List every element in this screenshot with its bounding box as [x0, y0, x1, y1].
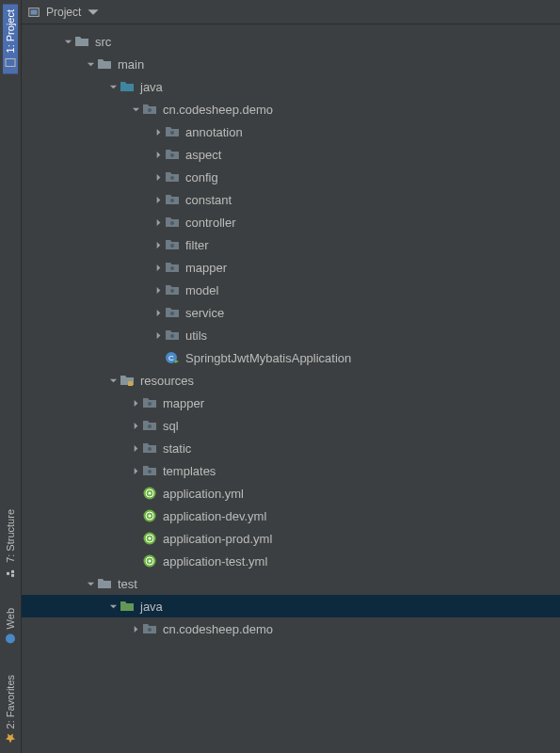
- tree-node-label: static: [163, 441, 191, 456]
- folder-icon: [97, 576, 112, 591]
- tree-node[interactable]: constant: [22, 188, 560, 211]
- tree-node[interactable]: sql: [22, 414, 560, 437]
- tree-node[interactable]: main: [22, 53, 560, 75]
- package-icon: [142, 621, 157, 636]
- chevron-right-icon[interactable]: [153, 127, 163, 136]
- svg-point-21: [148, 402, 152, 406]
- tree-node[interactable]: src: [22, 30, 560, 53]
- chevron-right-icon[interactable]: [153, 195, 163, 204]
- tree-node-label: aspect: [185, 148, 221, 162]
- svg-rect-20: [128, 381, 133, 386]
- chevron-down-icon[interactable]: [63, 37, 72, 46]
- no-arrow: [131, 534, 140, 543]
- tree-node[interactable]: config: [22, 166, 560, 188]
- tree-node[interactable]: application-test.yml: [22, 550, 560, 572]
- package-icon: [165, 147, 180, 162]
- tree-node[interactable]: CSpringbtJwtMybatisApplication: [22, 346, 560, 369]
- chevron-right-icon[interactable]: [131, 624, 140, 633]
- tree-node[interactable]: cn.codesheep.demo: [22, 617, 560, 640]
- project-tree[interactable]: srcmainjavacn.codesheep.demoannotationas…: [22, 24, 560, 753]
- chevron-right-icon[interactable]: [153, 217, 163, 227]
- tree-node[interactable]: java: [22, 595, 560, 617]
- dropdown-arrow-icon[interactable]: [87, 6, 100, 19]
- sidebar-item-project[interactable]: 1: Project: [3, 4, 18, 73]
- chevron-down-icon[interactable]: [108, 376, 118, 385]
- tree-node[interactable]: templates: [22, 459, 560, 482]
- no-arrow: [153, 353, 163, 362]
- svg-point-7: [148, 108, 152, 112]
- chevron-right-icon[interactable]: [153, 240, 163, 249]
- package-icon: [142, 463, 157, 478]
- chevron-down-icon[interactable]: [86, 579, 95, 588]
- svg-rect-0: [6, 58, 15, 66]
- svg-point-4: [6, 634, 15, 644]
- tree-node[interactable]: controller: [22, 211, 560, 233]
- chevron-right-icon[interactable]: [153, 285, 163, 295]
- yml-icon: [142, 531, 157, 546]
- tree-node[interactable]: application-prod.yml: [22, 527, 560, 550]
- star-icon: [5, 732, 16, 744]
- chevron-down-icon[interactable]: [108, 82, 118, 91]
- tree-node[interactable]: test: [22, 572, 560, 595]
- sidebar-item-web[interactable]: Web: [3, 602, 18, 649]
- tree-node[interactable]: cn.codesheep.demo: [22, 98, 560, 120]
- package-icon: [165, 282, 180, 297]
- tree-node[interactable]: mapper: [22, 256, 560, 279]
- tree-node[interactable]: filter: [22, 233, 560, 256]
- chevron-right-icon[interactable]: [153, 330, 163, 340]
- tree-node-label: sql: [163, 419, 179, 433]
- chevron-right-icon[interactable]: [153, 150, 163, 159]
- tree-node[interactable]: service: [22, 301, 560, 324]
- sidebar-item-favorites[interactable]: 2: Favorites: [3, 669, 18, 749]
- svg-point-14: [170, 266, 174, 270]
- tree-node-label: test: [118, 577, 137, 591]
- package-icon: [165, 192, 180, 207]
- chevron-right-icon[interactable]: [153, 172, 163, 182]
- tree-node[interactable]: mapper: [22, 392, 560, 414]
- sidebar-item-label: 2: Favorites: [5, 675, 16, 729]
- tree-node[interactable]: annotation: [22, 120, 560, 143]
- chevron-right-icon[interactable]: [131, 443, 140, 453]
- svg-point-27: [149, 492, 152, 495]
- package-icon: [142, 395, 157, 410]
- svg-rect-6: [31, 9, 38, 14]
- tree-node-label: service: [185, 306, 224, 320]
- svg-point-37: [148, 628, 152, 632]
- tree-node-label: SpringbtJwtMybatisApplication: [185, 351, 351, 365]
- project-view-label[interactable]: Project: [46, 6, 81, 19]
- package-icon: [142, 102, 157, 117]
- tree-node-label: annotation: [185, 125, 243, 139]
- chevron-down-icon[interactable]: [108, 601, 118, 611]
- package-icon: [165, 169, 180, 184]
- chevron-right-icon[interactable]: [131, 398, 140, 408]
- chevron-down-icon[interactable]: [131, 104, 140, 114]
- tree-node-label: application-test.yml: [163, 554, 267, 569]
- tree-node[interactable]: static: [22, 437, 560, 459]
- tree-node-label: application.yml: [163, 487, 244, 501]
- folder-resource-icon: [120, 373, 135, 388]
- folder-icon: [97, 56, 112, 72]
- chevron-right-icon[interactable]: [131, 421, 140, 430]
- chevron-right-icon[interactable]: [153, 308, 163, 317]
- tree-node-label: application-prod.yml: [163, 532, 272, 546]
- tree-node-label: cn.codesheep.demo: [163, 622, 273, 636]
- tree-node[interactable]: aspect: [22, 143, 560, 166]
- tree-node[interactable]: java: [22, 75, 560, 98]
- svg-rect-3: [7, 572, 9, 575]
- no-arrow: [131, 489, 140, 498]
- chevron-right-icon[interactable]: [131, 466, 140, 475]
- svg-rect-1: [11, 574, 14, 577]
- tree-node[interactable]: utils: [22, 324, 560, 346]
- svg-point-22: [148, 425, 152, 428]
- tree-node[interactable]: application.yml: [22, 482, 560, 505]
- tree-node[interactable]: resources: [22, 369, 560, 392]
- sidebar-item-structure[interactable]: 7: Structure: [3, 504, 18, 584]
- tree-node-label: constant: [185, 193, 232, 207]
- svg-point-12: [170, 221, 174, 225]
- chevron-right-icon[interactable]: [153, 263, 163, 272]
- svg-text:C: C: [168, 354, 174, 362]
- tree-node[interactable]: model: [22, 279, 560, 301]
- chevron-down-icon[interactable]: [86, 59, 95, 69]
- tree-node[interactable]: application-dev.yml: [22, 505, 560, 527]
- sidebar-top-group: 1: Project: [0, 4, 21, 73]
